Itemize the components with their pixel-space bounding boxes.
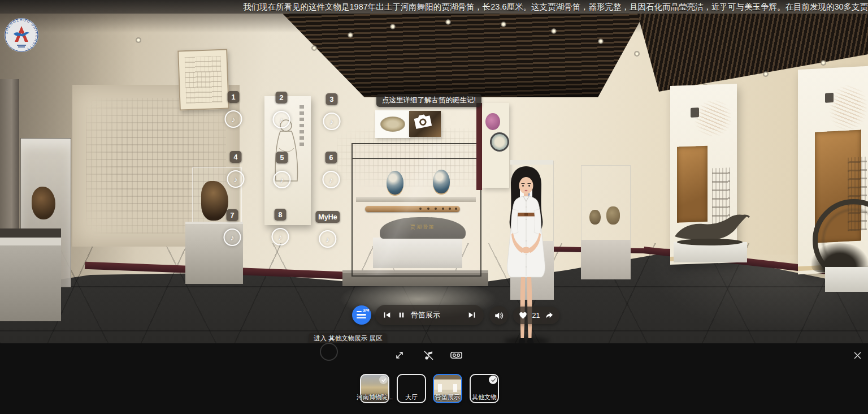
hotspot-number-badge: 5 <box>276 152 288 163</box>
ceiling-spotlight <box>501 21 506 27</box>
share-arrow-icon <box>545 311 554 320</box>
audio-note-ring-icon: ♪ <box>273 111 290 128</box>
hotspot-2[interactable]: 2 ♪ <box>273 92 290 128</box>
audio-note-ring-icon: ♪ <box>319 230 337 248</box>
avatar-hands <box>522 247 531 253</box>
music-muted-icon <box>423 350 435 361</box>
thumbnail-label: 骨笛展示 <box>435 393 460 402</box>
ceiling-spotlight <box>348 32 353 38</box>
hotspot-1[interactable]: 1 ♪ <box>225 91 242 128</box>
pause-button[interactable] <box>398 311 405 319</box>
ceiling-spotlight <box>311 45 317 51</box>
playlist-progress-badge: 3/4 <box>363 308 369 313</box>
visited-check-icon <box>379 376 388 384</box>
share-button[interactable] <box>545 311 554 320</box>
audio-note-ring-icon: ♪ <box>272 228 289 245</box>
speaker-icon <box>494 310 504 321</box>
audio-note-ring-icon: ♪ <box>323 171 340 188</box>
hotspot-6[interactable]: 6 ♪ <box>323 152 340 188</box>
virtual-guide-avatar <box>495 165 557 355</box>
hotspot-number-badge: 8 <box>275 209 287 221</box>
vr-goggles-icon <box>450 349 463 362</box>
tour-player-bar: 骨笛展示 <box>375 305 484 325</box>
bone-flutes-photo <box>375 110 410 138</box>
ceiling-spotlight <box>136 37 141 43</box>
skip-previous-icon <box>383 310 392 320</box>
ceiling-spotlight <box>821 60 826 66</box>
vr-mode-button[interactable] <box>449 348 463 362</box>
hotspot-number-badge: 1 <box>228 91 240 103</box>
close-x-icon <box>853 351 862 360</box>
thumbnail-other-relics[interactable]: 其他文物 <box>470 374 499 403</box>
ceiling-spotlight <box>445 19 451 25</box>
audio-note-ring-icon: ♪ <box>323 113 341 130</box>
playlist-menu-button[interactable]: 3/4 <box>352 305 371 325</box>
museum-scene-3d[interactable]: 贾湖骨笛 <box>0 0 868 344</box>
like-count: 21 <box>532 312 540 320</box>
next-button[interactable] <box>467 310 476 320</box>
skip-next-icon <box>467 310 476 320</box>
camera-tooltip: 点这里详细了解古笛的诞生记! <box>376 94 481 107</box>
background-music-toggle[interactable] <box>422 348 435 362</box>
maroon-wall-strip <box>476 103 482 190</box>
thumbnail-label: 河南博物院... <box>357 393 393 402</box>
hotspot-number-badge: 4 <box>230 151 242 163</box>
occluded-hotspot-ring <box>320 343 338 361</box>
thumbnail-label: 大厅 <box>405 393 418 402</box>
bronze-tiger-sculpture <box>670 210 754 247</box>
display-case-right <box>581 165 631 242</box>
volume-button[interactable] <box>489 306 508 325</box>
hotspot-4[interactable]: 4 ♪ <box>227 151 245 188</box>
thumbnail-henan-museum[interactable]: 河南博物院... <box>360 374 389 403</box>
ceiling-spotlight <box>763 71 769 77</box>
narration-subtitle-bar: 我们现在所看见的这件文物是1987年出土于河南舞阳的贾湖骨笛，长23.6厘米。这… <box>0 0 868 14</box>
ceiling-spotlight <box>390 24 396 29</box>
thumbnail-main-hall[interactable]: 大厅 <box>397 374 426 403</box>
like-button[interactable] <box>519 312 527 320</box>
hotspot-myhe[interactable]: MyHe ♪ <box>315 211 340 248</box>
zhengzhou-university-logo: ZHENGZHOU UNIVERSITY <box>3 17 40 53</box>
hotspot-5[interactable]: 5 ♪ <box>274 152 291 188</box>
pause-icon <box>398 311 405 319</box>
glass-display-case-center <box>351 143 481 277</box>
thumbnail-bone-flute-exhibit[interactable]: 骨笛展示 <box>433 374 462 403</box>
hotspot-3[interactable]: 3 ♪ <box>323 93 341 130</box>
audio-note-ring-icon: ♪ <box>227 170 245 188</box>
hotspot-number-badge: 3 <box>326 93 338 105</box>
heart-icon <box>519 312 527 320</box>
current-track-title: 骨笛展示 <box>411 310 440 320</box>
previous-button[interactable] <box>383 310 392 320</box>
hotspot-label-badge: MyHe <box>315 211 340 223</box>
scene-entry-tooltip: 进入 其他文物展示 展区 <box>309 333 387 344</box>
hotspot-7[interactable]: 7 ♪ <box>224 209 241 246</box>
hotspot-8[interactable]: 8 ♪ <box>272 209 289 245</box>
fullscreen-button[interactable] <box>393 348 406 362</box>
hotspot-number-badge: 7 <box>227 209 238 221</box>
audio-note-ring-icon: ♪ <box>225 110 242 128</box>
ceiling-spotlight <box>598 38 604 44</box>
social-bar: 21 <box>513 307 559 324</box>
pedestal-ring-sculpture <box>825 267 868 292</box>
expand-arrows-icon <box>394 350 405 361</box>
virtual-museum-app: 贾湖骨笛 <box>0 0 868 414</box>
audio-note-ring-icon: ♪ <box>274 171 291 188</box>
ceiling-spotlight <box>551 28 557 34</box>
thumbnail-label: 其他文物 <box>472 393 497 402</box>
pedestal-right <box>581 240 631 279</box>
visited-check-icon <box>489 376 497 384</box>
narration-text: 我们现在所看见的这件文物是1987年出土于河南舞阳的贾湖骨笛，长23.6厘米。这… <box>243 2 868 12</box>
calligraphy-frame <box>177 49 229 110</box>
hotspot-number-badge: 2 <box>276 92 288 104</box>
hotspot-number-badge: 6 <box>326 152 337 163</box>
close-button[interactable] <box>850 348 864 362</box>
ceiling-spotlight <box>634 51 640 57</box>
artifact-left <box>32 187 55 219</box>
pedestal-corner-left <box>0 228 61 321</box>
bottom-control-bar: 河南博物院... 大厅 骨笛展示 其他文物 <box>0 343 868 414</box>
audio-note-ring-icon: ♪ <box>224 228 241 246</box>
